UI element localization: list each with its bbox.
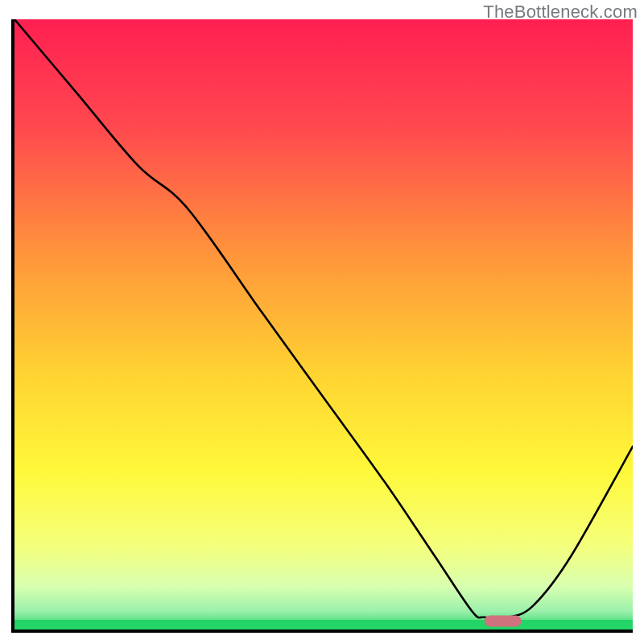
- chart-marker: [14, 19, 633, 630]
- x-axis-line: [11, 630, 633, 633]
- y-axis-line: [11, 19, 14, 633]
- svg-rect-1: [485, 615, 522, 626]
- chart-plot-area: [11, 19, 633, 633]
